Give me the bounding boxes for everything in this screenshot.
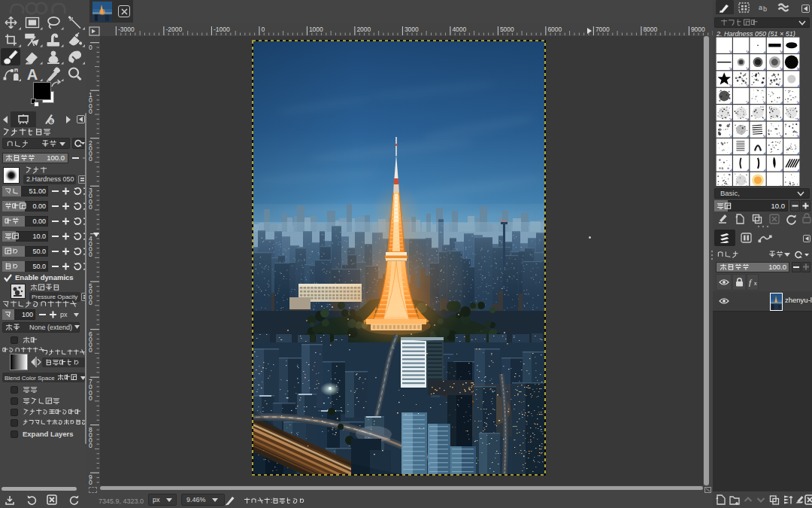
svg-text:0: 0 [89, 251, 92, 258]
svg-text:0: 0 [89, 442, 92, 449]
svg-text:6: 6 [50, 118, 53, 125]
svg-text:4000: 4000 [452, 26, 466, 33]
svg-text:0: 0 [89, 108, 92, 115]
svg-text:1000: 1000 [309, 26, 323, 33]
svg-text:0: 0 [89, 485, 92, 485]
svg-text:f: f [749, 278, 753, 287]
svg-text:0: 0 [89, 299, 92, 306]
svg-text:a: a [759, 4, 762, 11]
svg-text:-2000: -2000 [165, 26, 182, 33]
svg-text:0: 0 [89, 394, 92, 402]
svg-text:7000: 7000 [595, 26, 610, 33]
svg-text:0: 0 [89, 44, 92, 51]
svg-text:-3000: -3000 [118, 26, 135, 33]
svg-text:0: 0 [89, 346, 92, 354]
svg-text:6000: 6000 [547, 26, 562, 33]
svg-text:3000: 3000 [404, 26, 419, 33]
svg-text:0: 0 [261, 26, 265, 33]
svg-text:x: x [754, 281, 757, 286]
svg-text:0: 0 [89, 203, 92, 211]
svg-text::: : [271, 497, 272, 504]
svg-text:-1000: -1000 [214, 26, 230, 33]
svg-text:b: b [763, 5, 767, 13]
svg-text:8000: 8000 [643, 26, 657, 33]
svg-text:9000: 9000 [691, 26, 705, 33]
svg-text:5000: 5000 [500, 26, 514, 33]
svg-text:0: 0 [89, 155, 92, 163]
svg-text:2000: 2000 [356, 26, 371, 33]
